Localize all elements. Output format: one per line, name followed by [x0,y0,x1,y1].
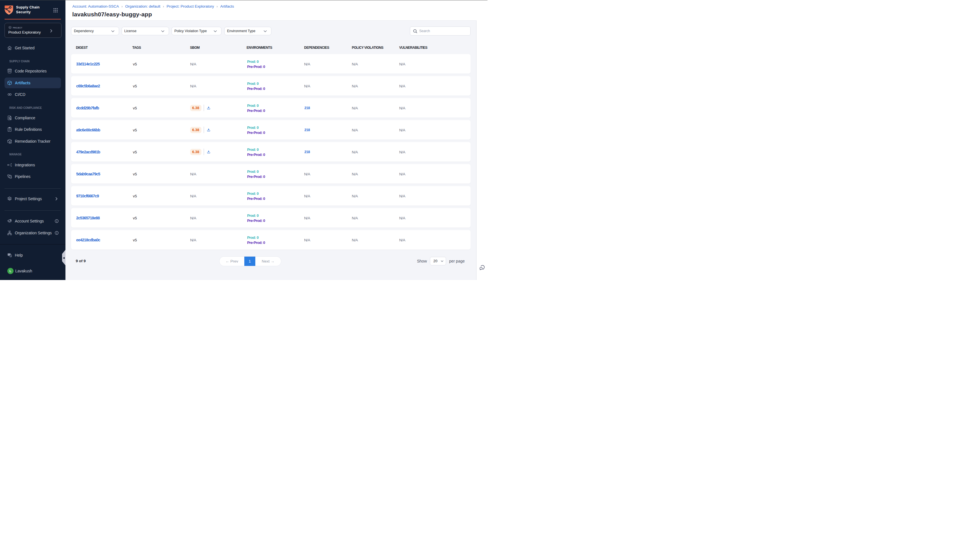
svg-text:?: ? [8,253,10,255]
